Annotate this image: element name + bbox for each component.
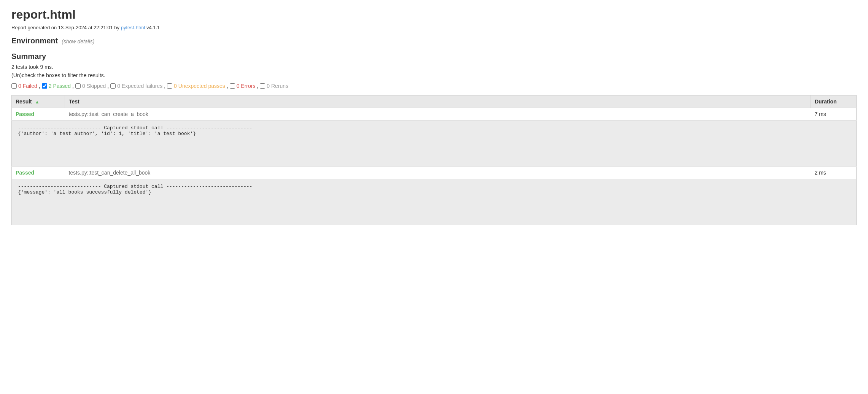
filter-item-passed: 2 Passed bbox=[42, 83, 71, 89]
filter-passed-label[interactable]: 2 Passed bbox=[49, 83, 71, 89]
test-duration-2: 2 ms bbox=[811, 167, 857, 179]
summary-heading: Summary bbox=[11, 52, 857, 61]
col-header-duration[interactable]: Duration bbox=[811, 95, 857, 108]
status-badge: Passed bbox=[16, 111, 34, 117]
filter-skipped-label[interactable]: 0 Skipped bbox=[82, 83, 106, 89]
filter-row: 0 Failed , 2 Passed , 0 Skipped , 0 Expe… bbox=[11, 83, 857, 89]
filter-item-failed: 0 Failed bbox=[11, 83, 37, 89]
test-status-1: Passed bbox=[12, 108, 65, 121]
filter-failed-checkbox[interactable] bbox=[11, 83, 17, 89]
filter-item-skipped: 0 Skipped bbox=[75, 83, 106, 89]
filter-item-xfail: 0 Expected failures bbox=[110, 83, 162, 89]
report-meta: Report generated on 13-Sep-2024 at 22:21… bbox=[11, 25, 857, 30]
filter-rerun-checkbox[interactable] bbox=[260, 83, 265, 89]
log-content-2: ---------------------------- Captured st… bbox=[12, 179, 856, 225]
table-body: Passed tests.py::test_can_create_a_book … bbox=[12, 108, 857, 225]
status-badge: Passed bbox=[16, 170, 34, 176]
filter-rerun-label[interactable]: 0 Reruns bbox=[267, 83, 288, 89]
page-title: report.html bbox=[11, 8, 857, 22]
col-header-result[interactable]: Result ▲ bbox=[12, 95, 65, 108]
stats-text: 2 tests took 9 ms. bbox=[11, 64, 857, 70]
filter-passed-checkbox[interactable] bbox=[42, 83, 47, 89]
col-header-test[interactable]: Test bbox=[65, 95, 811, 108]
filter-skipped-checkbox[interactable] bbox=[75, 83, 81, 89]
table-header: Result ▲ Test Duration bbox=[12, 95, 857, 108]
filter-failed-label[interactable]: 0 Failed bbox=[18, 83, 37, 89]
log-cell-1: ---------------------------- Captured st… bbox=[12, 121, 857, 167]
test-name-1: tests.py::test_can_create_a_book bbox=[65, 108, 811, 121]
show-details-link[interactable]: (show details) bbox=[62, 38, 94, 44]
sort-arrow-icon: ▲ bbox=[35, 99, 40, 105]
filter-item-error: 0 Errors bbox=[230, 83, 256, 89]
result-header-label: Result bbox=[16, 98, 32, 105]
filter-error-label[interactable]: 0 Errors bbox=[237, 83, 256, 89]
table-row: Passed tests.py::test_can_delete_all_boo… bbox=[12, 167, 857, 179]
test-duration-1: 7 ms bbox=[811, 108, 857, 121]
filter-xfail-checkbox[interactable] bbox=[110, 83, 116, 89]
filter-xfail-label[interactable]: 0 Expected failures bbox=[117, 83, 162, 89]
generated-text: Report generated on 13-Sep-2024 at 22:21… bbox=[11, 25, 121, 30]
filter-item-rerun: 0 Reruns bbox=[260, 83, 288, 89]
log-row-1: ---------------------------- Captured st… bbox=[12, 121, 857, 167]
log-cell-2: ---------------------------- Captured st… bbox=[12, 179, 857, 225]
environment-heading: Environment bbox=[11, 37, 58, 45]
pytest-html-link[interactable]: pytest-html bbox=[121, 25, 145, 30]
log-row-2: ---------------------------- Captured st… bbox=[12, 179, 857, 225]
log-content-1: ---------------------------- Captured st… bbox=[12, 121, 856, 166]
table-row: Passed tests.py::test_can_create_a_book … bbox=[12, 108, 857, 121]
filter-xpass-label[interactable]: 0 Unexpected passes bbox=[174, 83, 225, 89]
filter-error-checkbox[interactable] bbox=[230, 83, 235, 89]
test-name-2: tests.py::test_can_delete_all_book bbox=[65, 167, 811, 179]
filter-hint: (Un)check the boxes to filter the result… bbox=[11, 72, 857, 78]
summary-section: Summary 2 tests took 9 ms. (Un)check the… bbox=[11, 52, 857, 78]
environment-section: Environment (show details) bbox=[11, 37, 857, 45]
results-table: Result ▲ Test Duration Passed tests.py::… bbox=[11, 95, 857, 225]
tool-version: v4.1.1 bbox=[146, 25, 160, 30]
test-status-2: Passed bbox=[12, 167, 65, 179]
filter-xpass-checkbox[interactable] bbox=[167, 83, 172, 89]
filter-item-xpass: 0 Unexpected passes bbox=[167, 83, 225, 89]
